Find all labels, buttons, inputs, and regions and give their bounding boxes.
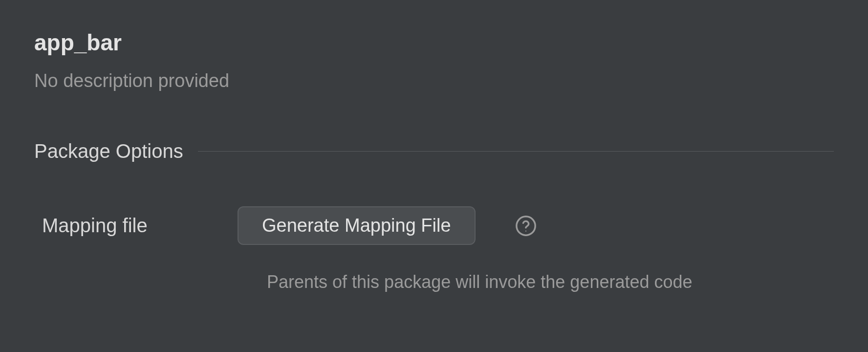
section-header: Package Options <box>34 140 834 162</box>
mapping-file-row: Mapping file Generate Mapping File <box>34 206 834 245</box>
help-icon[interactable] <box>515 215 537 237</box>
svg-point-1 <box>525 230 526 231</box>
mapping-file-label: Mapping file <box>42 215 238 237</box>
section-divider <box>198 151 834 152</box>
mapping-file-hint-row: Parents of this package will invoke the … <box>34 272 834 292</box>
package-title: app_bar <box>34 29 834 56</box>
mapping-file-hint: Parents of this package will invoke the … <box>238 272 834 292</box>
generate-mapping-file-button[interactable]: Generate Mapping File <box>238 206 476 245</box>
section-title: Package Options <box>34 140 183 162</box>
package-description: No description provided <box>34 70 834 91</box>
svg-point-0 <box>516 216 535 235</box>
